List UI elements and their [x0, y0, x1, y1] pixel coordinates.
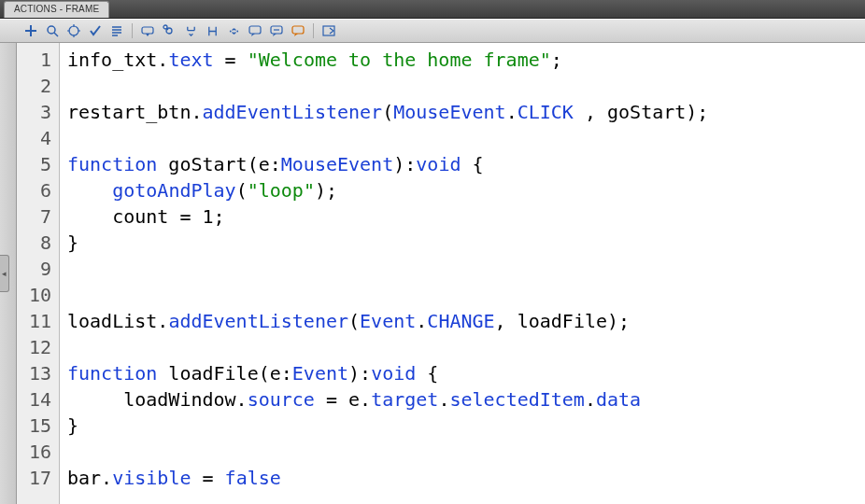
line-number: 11 — [17, 308, 59, 334]
code-line[interactable]: } — [67, 413, 865, 439]
auto-format-icon[interactable] — [108, 22, 125, 39]
code-line[interactable]: info_txt.text = "Welcome to the home fra… — [67, 47, 865, 73]
code-line[interactable] — [67, 125, 865, 151]
debug-icon[interactable] — [161, 22, 177, 39]
collapse-selection-icon[interactable] — [182, 22, 199, 39]
line-number: 10 — [17, 282, 59, 308]
code-line[interactable]: function goStart(e:MouseEvent):void { — [67, 151, 865, 177]
editor-area: ◂ 1234567891011121314151617 info_txt.tex… — [0, 43, 865, 504]
collapse-between-icon[interactable] — [204, 22, 220, 39]
code-line[interactable] — [67, 439, 865, 465]
code-hint-icon[interactable] — [139, 22, 156, 39]
svg-point-5 — [229, 30, 231, 32]
svg-point-6 — [236, 30, 238, 32]
code-line[interactable]: function loadFile(e:Event):void { — [67, 360, 865, 386]
line-number: 14 — [17, 386, 59, 413]
code-line[interactable] — [67, 282, 865, 308]
code-line[interactable]: loadList.addEventListener(Event.CHANGE, … — [67, 308, 865, 334]
remove-comment-icon[interactable] — [290, 22, 306, 39]
line-number: 13 — [17, 360, 59, 386]
toolbar — [0, 19, 865, 43]
code-line[interactable] — [67, 256, 865, 282]
line-number: 15 — [17, 413, 59, 439]
code-line[interactable]: } — [67, 230, 865, 256]
expand-all-icon[interactable] — [225, 22, 242, 39]
collapse-handle-icon[interactable]: ◂ — [0, 255, 9, 292]
panel-left-edge: ◂ — [0, 43, 17, 504]
find-icon[interactable] — [44, 22, 61, 39]
line-number: 16 — [17, 439, 59, 465]
line-number: 2 — [17, 73, 59, 99]
code-line[interactable]: gotoAndPlay("loop"); — [67, 177, 865, 203]
svg-rect-7 — [249, 26, 261, 34]
line-number: 1 — [17, 47, 59, 73]
line-number-gutter: 1234567891011121314151617 — [17, 43, 60, 504]
svg-point-3 — [166, 28, 172, 34]
line-number: 17 — [17, 465, 59, 491]
code-line[interactable]: bar.visible = false — [67, 465, 865, 491]
line-number: 7 — [17, 203, 59, 230]
svg-point-4 — [163, 25, 167, 29]
line-number: 8 — [17, 230, 59, 256]
check-syntax-icon[interactable] — [87, 22, 104, 39]
svg-rect-9 — [292, 26, 304, 34]
svg-rect-2 — [142, 27, 153, 34]
line-number: 9 — [17, 256, 59, 282]
code-line[interactable]: restart_btn.addEventListener(MouseEvent.… — [67, 99, 865, 125]
target-icon[interactable] — [65, 22, 82, 39]
comment-icon[interactable] — [247, 22, 263, 39]
code-line[interactable]: count = 1; — [67, 203, 865, 230]
panel-header: ACTIONS - FRAME — [0, 0, 865, 19]
code-line[interactable] — [67, 334, 865, 360]
toolbar-separator — [132, 23, 133, 38]
svg-point-0 — [48, 26, 55, 34]
uncomment-icon[interactable] — [268, 22, 285, 39]
toolbar-separator — [313, 23, 314, 38]
line-number: 12 — [17, 334, 59, 360]
line-number: 3 — [17, 99, 59, 125]
line-number: 4 — [17, 125, 59, 151]
show-hide-icon[interactable] — [320, 22, 337, 39]
add-script-icon[interactable] — [22, 22, 39, 39]
line-number: 5 — [17, 151, 59, 177]
svg-point-1 — [69, 26, 78, 35]
panel-tab-actions[interactable]: ACTIONS - FRAME — [4, 1, 109, 18]
code-line[interactable] — [67, 73, 865, 99]
code-editor[interactable]: info_txt.text = "Welcome to the home fra… — [60, 43, 865, 504]
code-line[interactable]: loadWindow.source = e.target.selectedIte… — [67, 386, 865, 413]
line-number: 6 — [17, 177, 59, 203]
